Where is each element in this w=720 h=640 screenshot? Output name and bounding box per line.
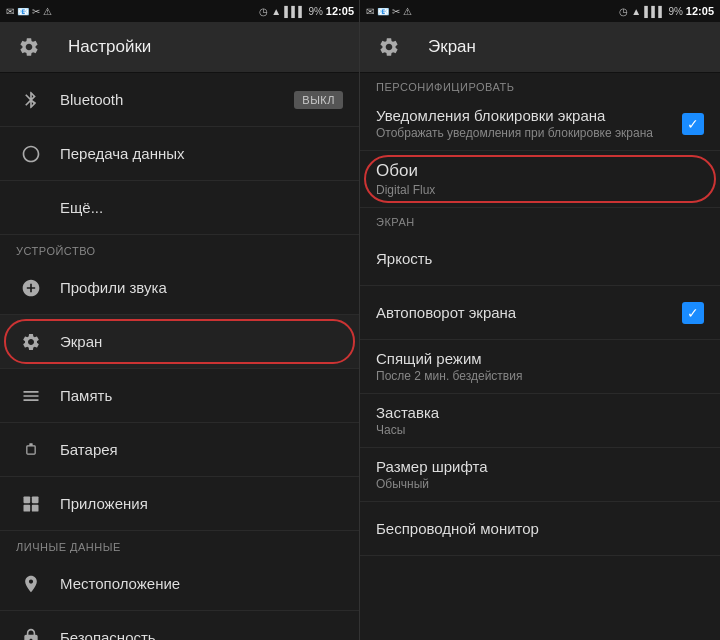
sound-item[interactable]: Профили звука xyxy=(0,261,359,315)
battery-icon xyxy=(16,435,46,465)
screensaver-text: Заставка Часы xyxy=(376,404,704,437)
battery-item[interactable]: Батарея xyxy=(0,423,359,477)
status-right-icons-r: ◷ ▲ ▌▌▌ 9% 12:05 xyxy=(619,5,714,17)
wallpaper-item[interactable]: Обои Digital Flux xyxy=(360,151,720,208)
autorotate-checkbox[interactable]: ✓ xyxy=(682,302,704,324)
screen-title: Экран xyxy=(60,333,102,350)
sound-icon xyxy=(16,273,46,303)
wifi-icon: ▲ xyxy=(271,6,281,17)
location-text: Местоположение xyxy=(60,575,343,593)
time-right: 12:05 xyxy=(686,5,714,17)
signal-icon: ▌▌▌ xyxy=(284,6,305,17)
screen-gear-icon xyxy=(16,327,46,357)
svg-rect-1 xyxy=(29,443,32,446)
warning-icon: ⚠ xyxy=(43,6,52,17)
right-panel: ✉ 📧 ✂ ⚠ ◷ ▲ ▌▌▌ 9% 12:05 Экран ПЕРСОНИФИ… xyxy=(360,0,720,640)
autorotate-item[interactable]: Автоповорот экрана ✓ xyxy=(360,286,720,340)
wireless-monitor-item[interactable]: Беспроводной монитор xyxy=(360,502,720,556)
security-icon xyxy=(16,623,46,641)
mail-icon: 📧 xyxy=(17,6,29,17)
scissors-icon: ✂ xyxy=(32,6,40,17)
right-panel-content: ПЕРСОНИФИЦИРОВАТЬ Уведомления блокировки… xyxy=(360,73,720,640)
alarm-icon: ◷ xyxy=(259,6,268,17)
more-title: Ещё... xyxy=(60,199,103,216)
location-title: Местоположение xyxy=(60,575,180,592)
apps-icon xyxy=(16,489,46,519)
bluetooth-icon xyxy=(16,85,46,115)
sleep-text: Спящий режим После 2 мин. бездействия xyxy=(376,350,704,383)
data-transfer-item[interactable]: Передача данных xyxy=(0,127,359,181)
data-icon xyxy=(16,139,46,169)
wallpaper-text: Обои Digital Flux xyxy=(376,161,704,197)
apps-item[interactable]: Приложения xyxy=(0,477,359,531)
screen-gear-header-icon xyxy=(374,32,404,62)
wireless-monitor-text: Беспроводной монитор xyxy=(376,520,704,537)
svg-rect-3 xyxy=(32,496,39,503)
status-bar-left: ✉ 📧 ✂ ⚠ ◷ ▲ ▌▌▌ 9% 12:05 xyxy=(0,0,360,22)
brightness-item[interactable]: Яркость xyxy=(360,232,720,286)
alarm-icon-r: ◷ xyxy=(619,6,628,17)
lock-notif-item[interactable]: Уведомления блокировки экрана Отображать… xyxy=(360,97,720,151)
status-icons-right-left: ✉ 📧 ✂ ⚠ xyxy=(366,6,412,17)
msg-icon-r: ✉ xyxy=(366,6,374,17)
data-transfer-text: Передача данных xyxy=(60,145,343,163)
brightness-title: Яркость xyxy=(376,250,704,267)
personal-section-label: ЛИЧНЫЕ ДАННЫЕ xyxy=(0,531,359,557)
apps-text: Приложения xyxy=(60,495,343,513)
autorotate-text: Автоповорот экрана xyxy=(376,304,682,321)
fontsize-item[interactable]: Размер шрифта Обычный xyxy=(360,448,720,502)
security-item[interactable]: Безопасность xyxy=(0,611,359,640)
sleep-item[interactable]: Спящий режим После 2 мин. бездействия xyxy=(360,340,720,394)
more-item[interactable]: Ещё... xyxy=(0,181,359,235)
brightness-text: Яркость xyxy=(376,250,704,267)
device-section-label: УСТРОЙСТВО xyxy=(0,235,359,261)
right-panel-header: Экран xyxy=(360,22,720,73)
left-panel: ✉ 📧 ✂ ⚠ ◷ ▲ ▌▌▌ 9% 12:05 Настройки Bluet… xyxy=(0,0,360,640)
more-text: Ещё... xyxy=(60,199,343,217)
screen-section-label: ЭКРАН xyxy=(360,208,720,232)
status-right-icons: ◷ ▲ ▌▌▌ 9% 12:05 xyxy=(259,5,354,17)
bluetooth-toggle[interactable]: ВЫКЛ xyxy=(294,91,343,109)
wifi-icon-r: ▲ xyxy=(631,6,641,17)
security-text: Безопасность xyxy=(60,629,343,641)
screen-text: Экран xyxy=(60,333,343,351)
bluetooth-title: Bluetooth xyxy=(60,91,123,108)
sleep-title: Спящий режим xyxy=(376,350,704,367)
wallpaper-title: Обои xyxy=(376,161,704,181)
memory-title: Память xyxy=(60,387,112,404)
screensaver-title: Заставка xyxy=(376,404,704,421)
battery-left: 9% xyxy=(308,6,322,17)
settings-gear-icon xyxy=(14,32,44,62)
scissors-icon-r: ✂ xyxy=(392,6,400,17)
sleep-subtitle: После 2 мин. бездействия xyxy=(376,369,704,383)
left-panel-header: Настройки xyxy=(0,22,359,73)
right-panel-title: Экран xyxy=(428,37,476,57)
security-title: Безопасность xyxy=(60,629,156,641)
time-left: 12:05 xyxy=(326,5,354,17)
lock-notif-checkbox[interactable]: ✓ xyxy=(682,113,704,135)
svg-rect-4 xyxy=(24,504,31,511)
sound-text: Профили звука xyxy=(60,279,343,297)
memory-item[interactable]: Память xyxy=(0,369,359,423)
location-item[interactable]: Местоположение xyxy=(0,557,359,611)
battery-title: Батарея xyxy=(60,441,118,458)
warning-icon-r: ⚠ xyxy=(403,6,412,17)
mail-icon-r: 📧 xyxy=(377,6,389,17)
lock-notif-text: Уведомления блокировки экрана Отображать… xyxy=(376,107,682,140)
location-icon xyxy=(16,569,46,599)
memory-text: Память xyxy=(60,387,343,405)
bluetooth-item[interactable]: Bluetooth ВЫКЛ xyxy=(0,73,359,127)
memory-icon xyxy=(16,381,46,411)
fontsize-subtitle: Обычный xyxy=(376,477,704,491)
screensaver-item[interactable]: Заставка Часы xyxy=(360,394,720,448)
autorotate-title: Автоповорот экрана xyxy=(376,304,682,321)
fontsize-title: Размер шрифта xyxy=(376,458,704,475)
screensaver-subtitle: Часы xyxy=(376,423,704,437)
apps-title: Приложения xyxy=(60,495,148,512)
battery-right: 9% xyxy=(668,6,682,17)
lock-notif-subtitle: Отображать уведомления при блокировке эк… xyxy=(376,126,682,140)
status-icons-left: ✉ 📧 ✂ ⚠ xyxy=(6,6,52,17)
screen-item[interactable]: Экран xyxy=(0,315,359,369)
sound-title: Профили звука xyxy=(60,279,167,296)
battery-text: Батарея xyxy=(60,441,343,459)
